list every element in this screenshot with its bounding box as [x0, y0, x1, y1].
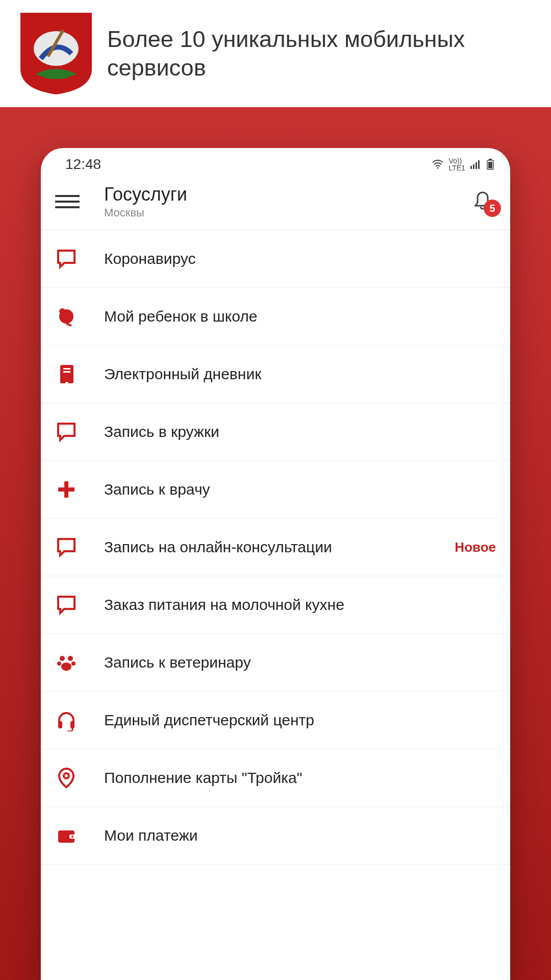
phone-frame: 12:48 Vo))LTE1 Госуслуги Москвы 5 Корона…	[41, 148, 510, 980]
header-title: Госуслуги	[104, 184, 471, 205]
promo-banner: Более 10 уникальных мобильных сервисов	[0, 0, 551, 107]
status-bar: 12:48 Vo))LTE1	[41, 148, 510, 177]
list-item[interactable]: Электронный дневник	[41, 346, 510, 403]
background-section: 12:48 Vo))LTE1 Госуслуги Москвы 5 Корона…	[0, 107, 551, 980]
chat-icon	[55, 248, 78, 270]
list-item-label: Запись в кружки	[104, 423, 496, 440]
list-item[interactable]: Коронавирус	[41, 230, 510, 288]
list-item-label: Единый диспетчерский центр	[104, 712, 496, 729]
list-item[interactable]: Заказ питания на молочной кухне	[41, 576, 510, 634]
list-item[interactable]: Мои платежи	[41, 807, 510, 865]
services-list: КоронавирусМой ребенок в школеЭлектронны…	[41, 230, 510, 865]
moscow-coat-icon	[20, 13, 92, 94]
header-titles: Госуслуги Москвы	[104, 184, 471, 219]
chat-icon	[55, 594, 78, 616]
list-item-label: Запись на онлайн-консультации	[104, 538, 445, 556]
list-item[interactable]: Запись к ветеринару	[41, 634, 510, 692]
list-item[interactable]: Мой ребенок в школе	[41, 288, 510, 346]
notifications-button[interactable]: 5	[471, 189, 496, 214]
notebook-icon	[55, 363, 78, 385]
chat-icon	[55, 421, 78, 443]
svg-rect-21	[470, 166, 472, 169]
list-item[interactable]: Запись к врачу	[41, 461, 510, 519]
list-item[interactable]: Пополнение карты "Тройка"	[41, 749, 510, 807]
bell-alarm-icon	[55, 305, 78, 328]
list-item-label: Заказ питания на молочной кухне	[104, 596, 496, 614]
list-item[interactable]: Единый диспетчерский центр	[41, 692, 510, 749]
list-item-label: Пополнение карты "Тройка"	[104, 769, 496, 787]
lte-icon: Vo))LTE1	[449, 157, 465, 172]
notifications-badge: 5	[484, 200, 501, 217]
list-item[interactable]: Запись в кружки	[41, 403, 510, 461]
svg-point-20	[437, 167, 438, 168]
list-item-label: Мои платежи	[104, 827, 496, 844]
wallet-icon	[55, 824, 78, 847]
list-item-label: Коронавирус	[104, 250, 496, 267]
status-time: 12:48	[65, 156, 101, 173]
battery-icon	[487, 159, 494, 170]
list-item-label: Электронный дневник	[104, 365, 496, 383]
medical-icon	[55, 478, 78, 501]
svg-rect-22	[473, 164, 474, 169]
svg-rect-24	[478, 160, 480, 169]
wifi-icon	[432, 159, 444, 169]
new-badge: Новое	[455, 540, 496, 555]
menu-button[interactable]	[55, 189, 80, 214]
svg-rect-23	[475, 162, 477, 169]
pin-icon	[55, 767, 78, 789]
list-item[interactable]: Запись на онлайн-консультацииНовое	[41, 519, 510, 576]
list-item-label: Мой ребенок в школе	[104, 308, 496, 325]
app-header: Госуслуги Москвы 5	[41, 177, 510, 230]
svg-rect-27	[488, 162, 492, 168]
list-item-label: Запись к врачу	[104, 481, 496, 498]
list-item-label: Запись к ветеринару	[104, 654, 496, 671]
promo-text: Более 10 уникальных мобильных сервисов	[107, 25, 531, 83]
status-icons: Vo))LTE1	[432, 157, 494, 172]
header-subtitle: Москвы	[104, 206, 471, 219]
paw-icon	[55, 651, 78, 674]
signal-icon	[470, 160, 482, 169]
headset-icon	[55, 709, 78, 731]
chat-icon	[55, 536, 78, 558]
